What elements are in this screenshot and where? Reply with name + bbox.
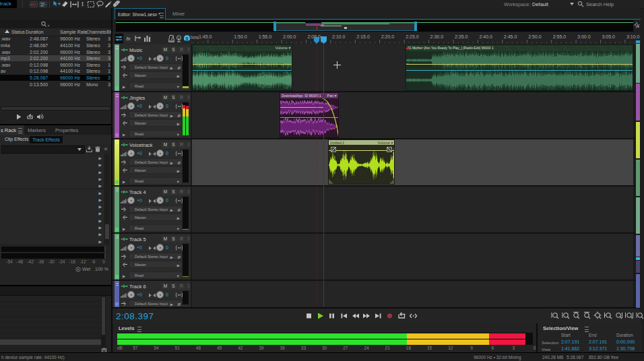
- volume-knob[interactable]: [127, 244, 135, 251]
- marquee-tool-icon[interactable]: [87, 1, 95, 7]
- wet-value[interactable]: 100 %: [95, 267, 108, 271]
- file-row[interactable]: mp3 2:02.200 44100 Hz Stereo 3: [0, 55, 111, 62]
- volume-envelope[interactable]: [193, 64, 292, 65]
- panel-splitter[interactable]: [536, 323, 538, 352]
- rewind-button[interactable]: [350, 311, 360, 321]
- volume-value[interactable]: +0: [137, 292, 142, 297]
- zoom-out-time-button[interactable]: [572, 311, 581, 321]
- track-minimap-segment[interactable]: [636, 274, 640, 308]
- preset-dropdown[interactable]: [1, 145, 85, 154]
- paintbrush-tool-icon[interactable]: [104, 1, 112, 7]
- input-row[interactable]: Default Stereo Input ▶ ø: [129, 63, 183, 71]
- selection-duration[interactable]: 0:00.000: [616, 339, 635, 344]
- track-minimap-segment[interactable]: [636, 257, 640, 261]
- prev-button[interactable]: [339, 311, 349, 321]
- favorite-star-icon[interactable]: ★: [103, 145, 108, 152]
- input-row[interactable]: Default Stereo Input ▶ ø: [129, 158, 183, 166]
- track-minimap-segment[interactable]: [636, 40, 640, 44]
- loop-playback-button[interactable]: [26, 114, 34, 120]
- pan-knob[interactable]: [156, 102, 164, 110]
- file-row[interactable]: 0:13.500 96000 Hz Mono 3: [0, 81, 111, 88]
- selection-end[interactable]: 2:07.191: [589, 339, 607, 344]
- mute-button[interactable]: M: [162, 189, 169, 195]
- volume-knob[interactable]: [127, 150, 135, 157]
- pan-envelope[interactable]: [193, 70, 292, 71]
- track-minimap-segment[interactable]: [636, 261, 640, 273]
- razor-tool-icon[interactable]: [61, 1, 69, 7]
- view-duration[interactable]: 1:30.708: [616, 346, 635, 351]
- input-monitor-button[interactable]: I: [186, 46, 191, 53]
- track-effects-button[interactable]: Track Effects: [30, 136, 63, 143]
- track-name[interactable]: Track 5: [129, 236, 146, 242]
- track-lane[interactable]: [192, 92, 633, 138]
- timeline-ruler[interactable]: hms1:45.01:50.01:55.02:00.02:05.02:10.02…: [192, 32, 641, 44]
- pan-value[interactable]: 0: [166, 198, 168, 203]
- track-name[interactable]: Jingles: [129, 95, 145, 101]
- zoom-all-button[interactable]: [636, 311, 644, 321]
- time-selection-tool-icon[interactable]: I: [79, 1, 86, 7]
- fade-out-handle[interactable]: [387, 147, 392, 152]
- pan-knob[interactable]: [156, 197, 164, 204]
- file-row[interactable]: av 0:12.098 44100 Hz Stereo 1: [0, 68, 111, 75]
- clip-envelope-menu[interactable]: Volume ▾: [377, 141, 393, 145]
- output-row[interactable]: Master ▶: [129, 71, 183, 79]
- move-tool-icon[interactable]: [52, 1, 61, 7]
- show-eq-button[interactable]: [143, 34, 152, 43]
- effect-slot[interactable]: ▶: [0, 238, 104, 245]
- solo-button[interactable]: S: [170, 236, 177, 242]
- monitor-headphones-icon[interactable]: [183, 34, 191, 42]
- workspace-dropdown-icon[interactable]: [570, 3, 574, 5]
- arm-record-button[interactable]: R: [178, 236, 185, 242]
- volume-value[interactable]: +0: [137, 151, 142, 156]
- automation-row[interactable]: ▶ Read ▼: [129, 82, 183, 90]
- waveform-editor-icon[interactable]: [29, 1, 38, 7]
- track-color-strip[interactable]: [115, 234, 119, 280]
- track-lane[interactable]: [192, 281, 633, 307]
- pan-envelope[interactable]: [406, 70, 633, 71]
- history-scrollbar[interactable]: [101, 296, 106, 354]
- next-button[interactable]: [373, 311, 383, 321]
- play-button[interactable]: [315, 311, 325, 321]
- navigator-view-box[interactable]: [275, 23, 417, 32]
- pan-value[interactable]: 0: [166, 151, 168, 156]
- track-lane[interactable]: [192, 187, 633, 232]
- track-name[interactable]: Music: [129, 47, 143, 53]
- panel-menu-icon[interactable]: [160, 13, 164, 18]
- input-monitor-button[interactable]: I: [186, 236, 191, 242]
- pan-value[interactable]: 0: [166, 56, 168, 61]
- solo-button[interactable]: S: [170, 94, 177, 101]
- track-lane[interactable]: [192, 139, 633, 185]
- volume-knob[interactable]: [127, 291, 135, 298]
- arm-record-button[interactable]: R: [178, 283, 185, 290]
- metronome-icon[interactable]: [168, 35, 174, 42]
- tab-properties[interactable]: Properties: [55, 127, 78, 133]
- healing-brush-tool-icon[interactable]: [112, 1, 121, 7]
- clip-effects-button[interactable]: Clip Effects: [5, 137, 28, 141]
- pan-knob[interactable]: [156, 150, 164, 157]
- zoom-in-time-button[interactable]: [583, 311, 592, 321]
- file-row[interactable]: 5:28.067 96000 Hz Stereo 3: [0, 75, 111, 81]
- volume-value[interactable]: +0: [137, 104, 142, 108]
- clip-music[interactable]: Volume ▾: [192, 44, 292, 91]
- panel-menu-icon[interactable]: [18, 128, 22, 133]
- view-start[interactable]: 1:41.662: [561, 346, 579, 351]
- volume-knob[interactable]: [127, 197, 135, 204]
- files-horizontal-scrollbar[interactable]: [1, 106, 110, 110]
- file-row[interactable]: .wav 0:12.098 96000 Hz Stereo 1: [0, 61, 111, 68]
- file-row[interactable]: .wav 2:48.067 96000 Hz Stereo 3: [0, 36, 111, 42]
- selection-marker-handle[interactable]: [314, 37, 319, 44]
- loop-button[interactable]: [397, 311, 407, 321]
- tab-markers[interactable]: Markers: [28, 127, 46, 133]
- clip-downloadapp-id-96000-1[interactable]: DownloadApp- ID 96000 1Pan ▾: [280, 92, 339, 138]
- record-button[interactable]: [385, 311, 395, 321]
- file-row[interactable]: .wav 2:02.200 96000 Hz Stereo 3: [0, 48, 111, 55]
- zoom-selection-button[interactable]: [625, 311, 635, 321]
- automation-row[interactable]: ▶ Read ▼: [129, 177, 183, 185]
- output-row[interactable]: Master ▶: [129, 119, 183, 127]
- slots-scrollbar[interactable]: [104, 154, 110, 244]
- delete-preset-icon[interactable]: [95, 146, 100, 152]
- arm-record-button[interactable]: R: [178, 141, 185, 148]
- overdub-icon[interactable]: [176, 35, 182, 42]
- fade-in-handle[interactable]: [331, 147, 336, 152]
- volume-value[interactable]: +0: [137, 245, 142, 250]
